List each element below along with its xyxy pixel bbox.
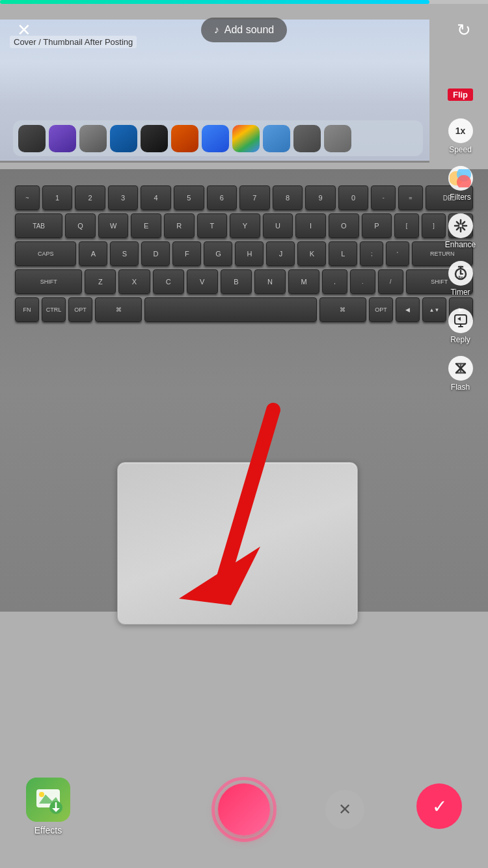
enhance-label: Enhance [445, 240, 476, 249]
thumbnail-label: Cover / Thumbnail After Posting [10, 36, 137, 48]
key-space [144, 297, 317, 322]
enhance-icon [448, 213, 473, 238]
key-tab: tab [15, 213, 62, 238]
effects-button[interactable]: Effects [26, 778, 70, 835]
key-w: W [98, 213, 129, 238]
key-g: G [204, 241, 232, 266]
bottom-controls: Effects ✕ ✓ [0, 751, 488, 835]
record-button-container [211, 777, 277, 842]
key-rcmd: ⌘ [319, 297, 366, 322]
cancel-button[interactable]: ✕ [325, 790, 364, 829]
add-sound-button[interactable]: ♪ Add sound [201, 18, 288, 42]
reply-label: Reply [450, 335, 470, 344]
key-r: R [164, 213, 195, 238]
keyboard-container: ~ 1 2 3 4 5 6 7 8 9 0 - = del tab Q W E [0, 179, 488, 332]
reply-tool[interactable]: Reply [443, 305, 478, 348]
confirm-icon: ✓ [432, 796, 447, 817]
speed-label: Speed [449, 145, 472, 154]
key-1: 1 [42, 185, 73, 210]
timer-icon: 3s [448, 261, 473, 286]
speed-tool[interactable]: 1x Speed [443, 115, 478, 158]
key-5: 5 [174, 185, 204, 210]
key-caps: caps [15, 241, 76, 266]
key-x: X [118, 269, 150, 294]
key-f: F [172, 241, 201, 266]
add-sound-label: Add sound [224, 24, 275, 36]
filters-tool[interactable]: Filters [443, 162, 478, 206]
dock-chrome [232, 125, 260, 152]
key-q: Q [65, 213, 96, 238]
refresh-button[interactable]: ↻ [450, 16, 478, 44]
key-v: V [187, 269, 218, 294]
key-opt: opt [68, 297, 92, 322]
record-button[interactable] [218, 783, 270, 835]
confirm-button[interactable]: ✓ [416, 783, 462, 829]
key-b: B [221, 269, 252, 294]
svg-line-12 [462, 222, 465, 224]
filters-label: Filters [450, 193, 471, 202]
key-9: 9 [305, 185, 336, 210]
dock-photos [263, 125, 290, 152]
dock-misc2 [324, 125, 351, 152]
reply-icon [448, 308, 473, 333]
key-slash: / [378, 269, 403, 294]
key-0: 0 [338, 185, 369, 210]
trackpad [117, 462, 358, 625]
flip-tool[interactable]: Flip [443, 78, 478, 111]
key-4: 4 [141, 185, 171, 210]
key-8: 8 [273, 185, 303, 210]
key-equals: = [398, 185, 423, 210]
dock-siri [49, 125, 76, 152]
key-y: Y [230, 213, 260, 238]
flash-icon [448, 356, 473, 381]
svg-text:3s: 3s [458, 275, 463, 280]
svg-line-11 [462, 228, 465, 230]
top-bar: ✕ ♪ Add sound ↻ [0, 4, 488, 56]
dock-launchpad [79, 125, 107, 152]
key-ropt: opt [369, 297, 393, 322]
speed-value: 1x [455, 126, 466, 136]
effects-icon [26, 778, 70, 822]
dock-finder [18, 125, 46, 152]
flip-badge: Flip [448, 88, 473, 101]
speed-icon: 1x [448, 118, 473, 143]
key-7: 7 [239, 185, 270, 210]
key-period: . [350, 269, 375, 294]
key-comma: , [322, 269, 347, 294]
effects-label: Effects [34, 825, 62, 835]
key-2: 2 [75, 185, 105, 210]
dock-teams [202, 125, 229, 152]
refresh-icon: ↻ [457, 20, 471, 40]
svg-line-10 [456, 222, 459, 224]
music-icon: ♪ [214, 24, 219, 36]
key-ctrl: ctrl [42, 297, 66, 322]
thumbnail-text: Cover / Thumbnail After Posting [14, 37, 133, 47]
key-p: P [362, 213, 392, 238]
key-n: N [254, 269, 286, 294]
key-c: C [153, 269, 184, 294]
key-6: 6 [207, 185, 237, 210]
key-t: T [197, 213, 228, 238]
key-u: U [263, 213, 293, 238]
svg-point-30 [39, 792, 44, 797]
camera-view: ~ 1 2 3 4 5 6 7 8 9 0 - = del tab Q W E [0, 0, 488, 868]
key-k: K [297, 241, 326, 266]
timer-label: Timer [450, 288, 470, 297]
dock-misc [293, 125, 321, 152]
enhance-tool[interactable]: Enhance [440, 210, 481, 253]
key-fn: fn [15, 297, 39, 322]
key-j: J [266, 241, 295, 266]
key-h: H [235, 241, 264, 266]
key-d: D [141, 241, 170, 266]
key-semi: ; [360, 241, 383, 266]
dock-appletv [141, 125, 168, 152]
key-lcmd: ⌘ [95, 297, 142, 322]
key-backtick: ~ [15, 185, 40, 210]
flash-tool[interactable]: Flash [443, 352, 478, 396]
right-toolbar: Flip 1x Speed Filters [436, 78, 488, 396]
key-z: Z [85, 269, 116, 294]
key-lshift: shift [15, 269, 82, 294]
filters-icon [448, 166, 473, 191]
mac-dock [13, 120, 423, 156]
timer-tool[interactable]: 3s Timer [443, 257, 478, 301]
